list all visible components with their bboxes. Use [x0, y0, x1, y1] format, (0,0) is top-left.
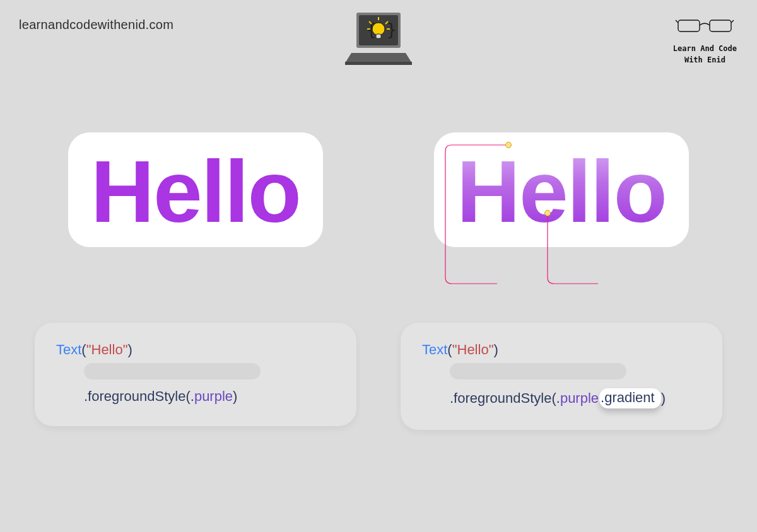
token-method: .foregroundStyle [84, 388, 185, 405]
brand-line-2: With Enid [673, 54, 737, 66]
brand-logo: Learn And Code With Enid [673, 14, 737, 66]
preview-card-gradient: Hello [434, 132, 689, 247]
token-arg-open: ( [551, 390, 556, 407]
site-url: learnandcodewithenid.com [19, 18, 173, 32]
token-quote-open: " [86, 342, 91, 357]
token-arg-open: ( [185, 388, 190, 405]
token-arg-close: ) [661, 390, 666, 407]
svg-rect-3 [345, 62, 412, 65]
token-arg-close: ) [233, 388, 237, 405]
selection-highlight [450, 363, 626, 379]
token-purple: purple [560, 390, 599, 407]
code-block-solid: Text("Hello") .foregroundStyle(.purple) [35, 323, 356, 426]
token-open-paren: ( [447, 342, 452, 357]
right-example: Hello Text("Hello") .foregroundStyle(.pu… [401, 132, 722, 430]
token-text-kw: Text [56, 342, 81, 357]
preview-text-solid: Hello [91, 147, 300, 236]
code-line-2: .foregroundStyle(.purple) [56, 388, 335, 405]
code-line-1: Text("Hello") [56, 342, 335, 358]
svg-rect-14 [710, 20, 731, 32]
token-purple: purple [194, 388, 233, 405]
gradient-pill: .gradient [599, 388, 661, 408]
svg-rect-7 [376, 34, 381, 38]
token-string: Hello [91, 342, 123, 357]
selection-highlight [84, 363, 261, 379]
laptop-idea-icon: { } [344, 8, 413, 71]
code-block-gradient: Text("Hello") .foregroundStyle(.purple.g… [401, 323, 722, 430]
token-text-kw: Text [422, 342, 447, 357]
glasses-icon [673, 14, 737, 39]
token-string: Hello [457, 342, 489, 357]
svg-marker-2 [345, 53, 412, 63]
preview-text-gradient: Hello [457, 147, 666, 236]
preview-card-solid: Hello [68, 132, 323, 247]
left-example: Hello Text("Hello") .foregroundStyle(.pu… [35, 132, 356, 430]
token-gradient: gradient [604, 390, 655, 405]
token-open-paren: ( [81, 342, 86, 357]
token-close-paren: ) [127, 342, 132, 357]
token-close-paren: ) [493, 342, 498, 357]
svg-point-6 [372, 23, 385, 35]
brand-line-1: Learn And Code [673, 43, 737, 54]
code-line-2: .foregroundStyle(.purple.gradient) [422, 388, 701, 408]
token-quote-open: " [452, 342, 457, 357]
svg-rect-13 [678, 20, 700, 32]
token-method: .foregroundStyle [450, 390, 551, 407]
code-line-1: Text("Hello") [422, 342, 701, 358]
